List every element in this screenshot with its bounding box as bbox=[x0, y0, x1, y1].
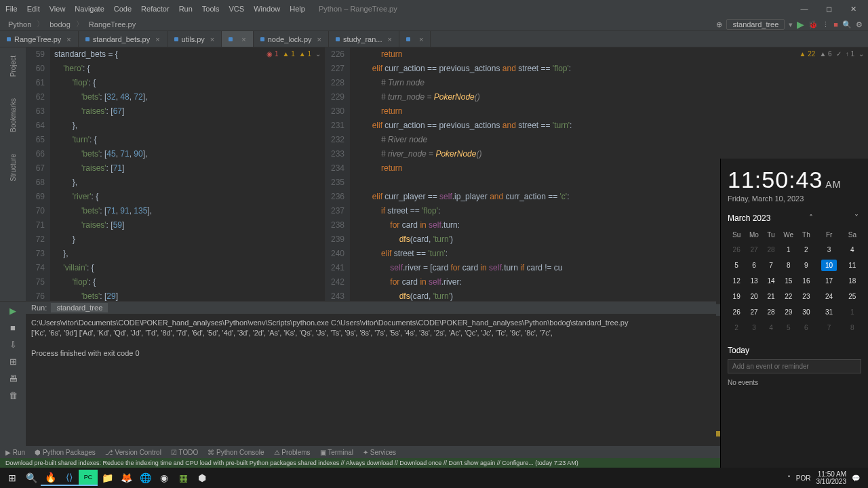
editor-tab[interactable]: × bbox=[399, 31, 431, 47]
editor-tab[interactable]: × bbox=[222, 31, 253, 47]
calendar-month[interactable]: March 2023 bbox=[728, 214, 770, 223]
agenda-title: Today bbox=[728, 346, 861, 355]
menu-view[interactable]: View bbox=[50, 5, 66, 13]
left-inspections: ◉ 1 ▲ 1 ▲ 1 ⌄ bbox=[267, 50, 321, 58]
system-tray[interactable]: ˄ POR 11:50 AM3/10/2023 💬 bbox=[787, 470, 865, 485]
run-tab-name[interactable]: standard_tree bbox=[51, 303, 108, 312]
bottom-tool[interactable]: ☑ TODO bbox=[171, 449, 198, 456]
vscode-icon[interactable]: ⟨⟩ bbox=[60, 470, 79, 486]
run-tool-strip: ▶ ■ ⇩ ⊞ 🖶 🗑 bbox=[0, 302, 26, 446]
menu-code[interactable]: Code bbox=[114, 5, 132, 13]
minimize-icon[interactable]: — bbox=[795, 5, 814, 14]
run-panel: ▶ ■ ⇩ ⊞ 🖶 🗑 Run: standard_tree C:\Users\… bbox=[0, 301, 716, 446]
run-toolbar: ⊕ standard_tree ▾ ▶ 🐞 ⋮ ■ 🔍 ⚙ bbox=[716, 19, 863, 30]
settings-icon[interactable]: ⚙ bbox=[856, 20, 863, 29]
tray-lang[interactable]: POR bbox=[796, 474, 811, 482]
editor-tab[interactable]: study_ran...× bbox=[329, 31, 399, 47]
search-taskbar-icon[interactable]: 🔍 bbox=[22, 470, 41, 486]
bottom-tool[interactable]: ▣ Terminal bbox=[320, 449, 353, 456]
start-icon[interactable]: ⊞ bbox=[3, 470, 22, 486]
no-events-label: No events bbox=[728, 379, 861, 386]
editor-tabs: RangeTree.py×standard_bets.py×utils.py××… bbox=[0, 31, 868, 47]
bottom-tool[interactable]: ✦ Services bbox=[363, 449, 396, 456]
dropdown-icon[interactable]: ▾ bbox=[789, 20, 793, 29]
menu-navigate[interactable]: Navigate bbox=[75, 5, 104, 13]
run-header: Run: standard_tree bbox=[26, 302, 716, 314]
close-icon[interactable]: ✕ bbox=[844, 5, 863, 14]
trash-icon[interactable]: 🗑 bbox=[9, 390, 18, 401]
app-icon-1[interactable]: 🔥 bbox=[41, 470, 60, 486]
app-icon-3[interactable]: ▦ bbox=[174, 470, 193, 486]
agenda-input[interactable] bbox=[728, 359, 861, 373]
search-icon[interactable]: 🔍 bbox=[842, 20, 852, 29]
editor-tab[interactable]: utils.py× bbox=[167, 31, 222, 47]
down-icon[interactable]: ⇩ bbox=[9, 340, 17, 350]
clock-time: 11:50:43AM bbox=[728, 167, 861, 193]
pycharm-icon[interactable]: PC bbox=[79, 470, 98, 486]
clock-date: Friday, March 10, 2023 bbox=[728, 195, 861, 203]
debug-icon[interactable]: 🐞 bbox=[808, 20, 818, 29]
breadcrumb[interactable]: bodog bbox=[47, 20, 73, 28]
menu-vcs[interactable]: VCS bbox=[229, 5, 245, 13]
left-code[interactable]: 59 60 61 62 63 64 65 66 67 68 69 70 71 7… bbox=[26, 47, 325, 304]
bottom-tool[interactable]: ⬢ Python Packages bbox=[35, 449, 96, 456]
stop-run-icon[interactable]: ■ bbox=[10, 323, 16, 333]
clock-flyout: 11:50:43AM Friday, March 10, 2023 March … bbox=[720, 159, 868, 468]
editor-tab[interactable]: RangeTree.py× bbox=[0, 31, 79, 47]
window-title: Python – RangeTree.py bbox=[319, 5, 397, 13]
print-icon[interactable]: 🖶 bbox=[9, 373, 18, 384]
bottom-tool[interactable]: ▶ Run bbox=[5, 449, 25, 456]
tray-chevron-icon[interactable]: ˄ bbox=[787, 474, 791, 482]
maximize-icon[interactable]: ◻ bbox=[819, 5, 838, 14]
menu-edit[interactable]: Edit bbox=[27, 5, 40, 13]
tool-bookmarks[interactable]: Bookmarks bbox=[8, 96, 18, 135]
bottom-tool[interactable]: ⌘ Python Console bbox=[208, 449, 264, 456]
menu-help[interactable]: Help bbox=[290, 5, 305, 13]
tool-project[interactable]: Project bbox=[8, 53, 18, 79]
stop-icon[interactable]: ■ bbox=[833, 20, 838, 28]
menu-run[interactable]: Run bbox=[179, 5, 193, 13]
bottom-tool[interactable]: ⚠ Problems bbox=[274, 449, 311, 456]
breadcrumb[interactable]: Python bbox=[5, 20, 34, 28]
bottom-tool[interactable]: ⎇ Version Control bbox=[105, 449, 161, 456]
menu-refactor[interactable]: Refactor bbox=[141, 5, 170, 13]
more-icon[interactable]: ⋮ bbox=[822, 20, 829, 29]
firefox-icon[interactable]: 🦊 bbox=[117, 470, 136, 486]
menu-window[interactable]: Window bbox=[254, 5, 280, 13]
cal-up-icon[interactable]: ˄ bbox=[806, 214, 816, 223]
breadcrumb[interactable]: RangeTree.py bbox=[86, 20, 138, 28]
menu-tools[interactable]: Tools bbox=[202, 5, 220, 13]
run-icon[interactable]: ▶ bbox=[797, 19, 804, 30]
menu-file[interactable]: File bbox=[5, 5, 18, 13]
rerun-icon[interactable]: ▶ bbox=[9, 306, 16, 316]
main-menu: FileEditViewNavigateCodeRefactorRunTools… bbox=[5, 5, 305, 13]
app-icon-4[interactable]: ⬢ bbox=[193, 470, 212, 486]
window-controls: — ◻ ✕ bbox=[795, 5, 863, 14]
chrome-icon[interactable]: 🌐 bbox=[136, 470, 155, 486]
editor-tab[interactable]: standard_bets.py× bbox=[79, 31, 167, 47]
app-icon-2[interactable]: ◉ bbox=[155, 470, 174, 486]
cal-down-icon[interactable]: ˅ bbox=[852, 214, 861, 223]
layout-icon[interactable]: ⊞ bbox=[9, 357, 17, 367]
add-config-icon[interactable]: ⊕ bbox=[716, 20, 722, 29]
title-bar: FileEditViewNavigateCodeRefactorRunTools… bbox=[0, 0, 868, 18]
right-inspections: ▲ 22 ▲ 6 ✓↑ 1⌄ bbox=[800, 50, 864, 58]
notification-icon[interactable]: 💬 bbox=[852, 474, 860, 482]
taskbar: ⊞ 🔍 🔥 ⟨⟩ PC 📁 🦊 🌐 ◉ ▦ ⬢ ˄ POR 11:50 AM3/… bbox=[0, 468, 868, 488]
run-config-selector[interactable]: standard_tree bbox=[726, 19, 785, 30]
run-output[interactable]: C:\Users\vitor\Documents\CODE\POKER_hand… bbox=[26, 314, 716, 446]
explorer-icon[interactable]: 📁 bbox=[98, 470, 117, 486]
tool-structure[interactable]: Structure bbox=[8, 151, 18, 184]
editor-tab[interactable]: node_lock.py× bbox=[254, 31, 329, 47]
calendar-grid[interactable]: SuMoTuWeThFrSa26272812345678910111213141… bbox=[728, 227, 861, 336]
